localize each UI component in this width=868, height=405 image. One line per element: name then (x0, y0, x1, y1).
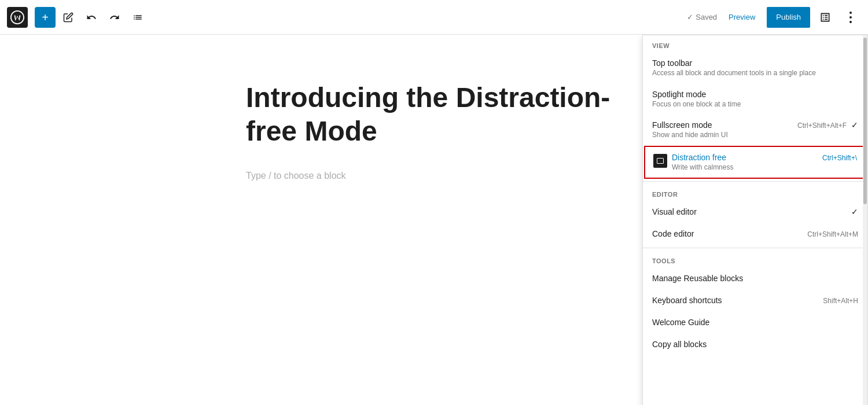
visual-editor-check: ✓ (851, 207, 858, 216)
redo-button[interactable] (104, 7, 125, 28)
scrollbar-thumb (863, 38, 867, 204)
divider-2 (643, 248, 867, 248)
tools-button[interactable] (58, 7, 79, 28)
main-area: Introducing the Distraction-free Mode Ty… (0, 35, 868, 405)
spotlight-content: Spotlight mode Focus on one block at a t… (652, 90, 858, 109)
sidebar-toggle-button[interactable] (815, 7, 836, 28)
distraction-free-item[interactable]: Distraction free Write with calmness Ctr… (644, 146, 866, 179)
top-toolbar-title: Top toolbar (652, 58, 858, 68)
keyboard-shortcuts-item[interactable]: Keyboard shortcuts Shift+Alt+H (643, 290, 867, 312)
saved-label: Saved (696, 13, 717, 21)
saved-check: ✓ (687, 13, 693, 21)
code-editor-shortcut: Ctrl+Shift+Alt+M (807, 230, 858, 238)
list-view-icon (133, 12, 143, 23)
toolbar-right: ✓ Saved Preview Publish (687, 7, 861, 28)
fullscreen-title: Fullscreen mode (652, 120, 793, 130)
top-toolbar-desc: Access all block and document tools in a… (652, 69, 858, 78)
distraction-free-shortcut: Ctrl+Shift+\ (822, 154, 857, 162)
sidebar-icon (819, 12, 831, 23)
welcome-guide-content: Welcome Guide (652, 318, 858, 328)
copy-all-blocks-content: Copy all blocks (652, 340, 858, 350)
wp-logo[interactable] (7, 7, 28, 28)
top-toolbar-item[interactable]: Top toolbar Access all block and documen… (643, 53, 867, 84)
fullscreen-item[interactable]: Fullscreen mode Show and hide admin UI C… (643, 115, 867, 146)
visual-editor-content: Visual editor (652, 207, 847, 218)
editor-inner: Introducing the Distraction-free Mode Ty… (246, 81, 622, 359)
dropdown-menu: VIEW Top toolbar Access all block and do… (642, 35, 868, 405)
manage-reusable-title: Manage Reusable blocks (652, 274, 858, 283)
top-toolbar: + ✓ Saved Preview Publish (0, 0, 868, 35)
wp-logo-icon (10, 10, 24, 24)
pencil-icon (63, 12, 73, 23)
code-editor-item[interactable]: Code editor Ctrl+Shift+Alt+M (643, 223, 867, 245)
fullscreen-desc: Show and hide admin UI (652, 131, 793, 140)
divider-1 (643, 181, 867, 182)
manage-reusable-item[interactable]: Manage Reusable blocks (643, 268, 867, 290)
visual-editor-title: Visual editor (652, 207, 847, 216)
distraction-free-content: Distraction free Write with calmness (672, 153, 818, 172)
code-editor-title: Code editor (652, 229, 803, 238)
tools-section-label: TOOLS (643, 251, 867, 268)
svg-point-0 (849, 12, 852, 14)
spotlight-desc: Focus on one block at a time (652, 100, 858, 109)
spotlight-title: Spotlight mode (652, 90, 858, 99)
copy-all-blocks-title: Copy all blocks (652, 340, 858, 349)
distraction-free-desc: Write with calmness (672, 163, 818, 172)
copy-all-blocks-item[interactable]: Copy all blocks (643, 334, 867, 356)
keyboard-shortcuts-content: Keyboard shortcuts (652, 296, 818, 306)
fullscreen-shortcut: Ctrl+Shift+Alt+F (797, 122, 847, 130)
svg-point-1 (849, 16, 852, 19)
list-view-button[interactable] (127, 7, 148, 28)
post-title[interactable]: Introducing the Distraction-free Mode (246, 81, 622, 148)
publish-button[interactable]: Publish (767, 7, 810, 28)
scrollbar-track[interactable] (863, 35, 867, 405)
menu-scroll-container: VIEW Top toolbar Access all block and do… (643, 35, 867, 405)
distraction-free-title: Distraction free (672, 153, 818, 162)
undo-icon (86, 12, 97, 23)
top-toolbar-content: Top toolbar Access all block and documen… (652, 58, 858, 78)
visual-editor-item[interactable]: Visual editor ✓ (643, 201, 867, 223)
undo-button[interactable] (81, 7, 102, 28)
redo-icon (109, 12, 120, 23)
keyboard-shortcuts-title: Keyboard shortcuts (652, 296, 818, 305)
view-section-label: VIEW (643, 35, 867, 53)
more-options-button[interactable] (840, 7, 861, 28)
fullscreen-content: Fullscreen mode Show and hide admin UI (652, 120, 793, 140)
block-placeholder[interactable]: Type / to choose a block (246, 171, 622, 181)
manage-reusable-content: Manage Reusable blocks (652, 274, 858, 284)
spotlight-item[interactable]: Spotlight mode Focus on one block at a t… (643, 84, 867, 115)
more-icon (849, 12, 852, 23)
keyboard-shortcuts-shortcut: Shift+Alt+H (823, 297, 858, 305)
add-block-button[interactable]: + (35, 7, 56, 28)
welcome-guide-item[interactable]: Welcome Guide (643, 312, 867, 334)
preview-button[interactable]: Preview (722, 8, 762, 26)
fullscreen-check: ✓ (851, 120, 858, 130)
svg-point-2 (849, 21, 852, 23)
code-editor-content: Code editor (652, 229, 803, 240)
saved-status: ✓ Saved (687, 13, 717, 21)
editor-section-label: EDITOR (643, 184, 867, 201)
welcome-guide-title: Welcome Guide (652, 318, 858, 327)
distraction-free-icon (653, 154, 667, 168)
